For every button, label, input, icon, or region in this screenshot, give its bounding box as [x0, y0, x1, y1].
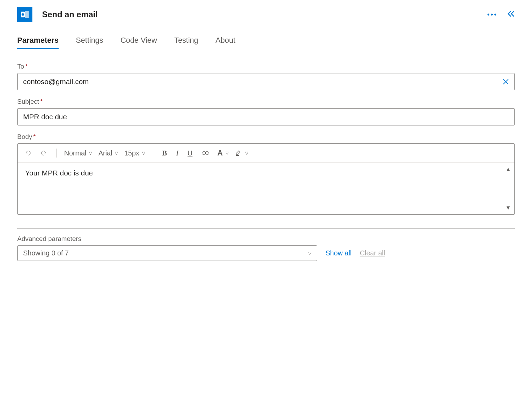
- section-divider: [17, 229, 515, 229]
- font-select[interactable]: Arial ▽: [98, 149, 118, 157]
- heading-select[interactable]: Normal ▽: [64, 149, 92, 157]
- chevron-down-icon: ▽: [89, 151, 92, 155]
- to-input[interactable]: [17, 73, 515, 90]
- to-field-group: To*: [17, 63, 515, 90]
- to-input-wrapper: [17, 73, 515, 90]
- collapse-panel-icon[interactable]: [507, 10, 515, 19]
- subject-label-text: Subject: [17, 98, 39, 105]
- body-text: Your MPR doc is due: [25, 169, 93, 177]
- size-select[interactable]: 15px ▽: [124, 149, 145, 157]
- font-color-icon: A: [217, 149, 223, 158]
- tab-settings[interactable]: Settings: [76, 36, 103, 49]
- to-label: To*: [17, 63, 515, 70]
- more-options-icon[interactable]: •••: [487, 11, 498, 19]
- outlook-icon: [17, 7, 32, 22]
- chevron-down-icon: ▽: [142, 151, 145, 155]
- highlight-select[interactable]: ▽: [235, 149, 248, 158]
- svg-rect-1: [25, 11, 29, 18]
- required-indicator: *: [40, 98, 42, 105]
- highlight-icon: [235, 149, 242, 158]
- chevron-down-icon: ▽: [225, 151, 229, 155]
- clear-all-button[interactable]: Clear all: [360, 249, 385, 257]
- editor-toolbar: Normal ▽ Arial ▽ 15px ▽ B I U A ▽: [18, 144, 514, 163]
- advanced-row: Showing 0 of 7 ▽ Show all Clear all: [17, 245, 515, 261]
- scroll-down-icon[interactable]: ▼: [505, 205, 511, 211]
- rich-text-editor: Normal ▽ Arial ▽ 15px ▽ B I U A ▽: [17, 143, 515, 215]
- close-icon: [502, 78, 509, 85]
- size-value: 15px: [124, 149, 139, 157]
- underline-button[interactable]: U: [186, 148, 194, 159]
- toolbar-divider: [56, 149, 57, 158]
- to-label-text: To: [17, 63, 24, 70]
- editor-scrollbar: ▲ ▼: [504, 166, 512, 211]
- heading-value: Normal: [64, 149, 86, 157]
- tab-code-view[interactable]: Code View: [120, 36, 157, 49]
- subject-input[interactable]: [17, 108, 515, 125]
- italic-button[interactable]: I: [175, 147, 180, 159]
- toolbar-divider: [153, 149, 153, 158]
- svg-point-2: [22, 13, 24, 16]
- undo-icon: [24, 150, 31, 156]
- advanced-select-text: Showing 0 of 7: [23, 249, 69, 257]
- panel-header: Send an email •••: [17, 7, 515, 22]
- font-value: Arial: [98, 149, 112, 157]
- header-actions: •••: [487, 10, 515, 19]
- undo-button[interactable]: [23, 148, 33, 158]
- body-label-text: Body: [17, 133, 32, 140]
- advanced-label: Advanced parameters: [17, 235, 515, 243]
- advanced-parameters-select[interactable]: Showing 0 of 7 ▽: [17, 245, 317, 261]
- required-indicator: *: [25, 63, 28, 70]
- redo-icon: [40, 150, 47, 156]
- body-field-group: Body* Normal ▽ Arial ▽ 15px ▽ B: [17, 133, 515, 215]
- link-button[interactable]: [200, 149, 211, 157]
- font-color-select[interactable]: A ▽: [217, 149, 229, 158]
- clear-to-button[interactable]: [501, 77, 511, 87]
- chevron-down-icon: ▽: [245, 151, 248, 155]
- link-icon: [201, 150, 210, 156]
- tab-parameters[interactable]: Parameters: [17, 36, 59, 49]
- scroll-up-icon[interactable]: ▲: [505, 166, 511, 172]
- chevron-down-icon: ▽: [115, 151, 118, 155]
- panel-title: Send an email: [42, 10, 98, 19]
- subject-field-group: Subject*: [17, 98, 515, 125]
- bold-button[interactable]: B: [161, 147, 169, 159]
- body-label: Body*: [17, 133, 515, 141]
- tab-bar: Parameters Settings Code View Testing Ab…: [17, 36, 515, 49]
- tab-about[interactable]: About: [215, 36, 235, 49]
- advanced-parameters-section: Advanced parameters Showing 0 of 7 ▽ Sho…: [17, 235, 515, 261]
- subject-label: Subject*: [17, 98, 515, 105]
- show-all-button[interactable]: Show all: [325, 249, 352, 257]
- chevron-down-icon: ▽: [308, 251, 311, 256]
- editor-content[interactable]: Your MPR doc is due ▲ ▼: [18, 163, 514, 214]
- redo-button[interactable]: [39, 148, 49, 158]
- required-indicator: *: [33, 133, 36, 140]
- tab-testing[interactable]: Testing: [174, 36, 198, 49]
